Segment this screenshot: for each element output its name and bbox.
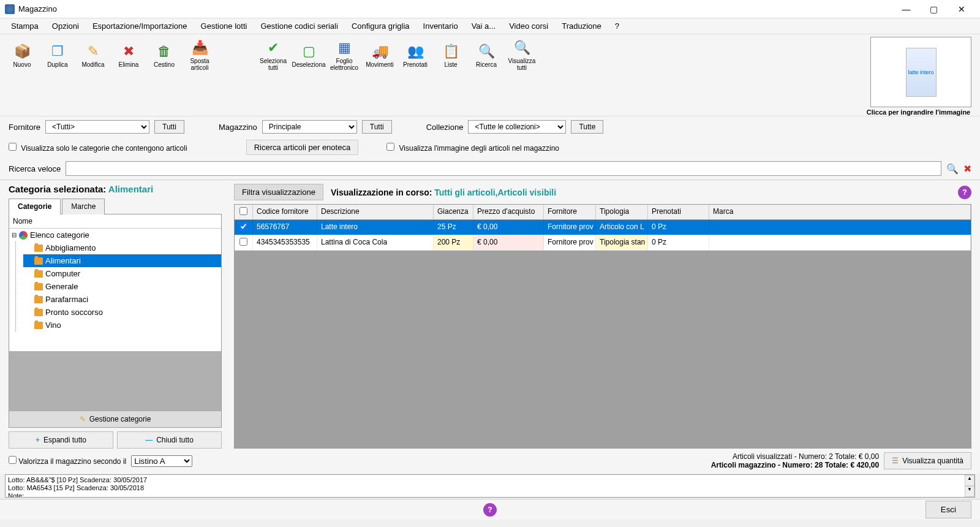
status-bar: ? Esci [0, 499, 980, 520]
visualizza-quantita-button[interactable]: ☰ Visualizza quantità [884, 452, 971, 469]
visualizza-immagine-checkbox[interactable]: Visualizza l'immagine degli articoli nel… [386, 143, 559, 153]
ricerca-enoteca-button[interactable]: Ricerca articoli per enoteca [246, 140, 359, 155]
magazzino-select[interactable]: Principale [262, 120, 357, 134]
tree-item-generale[interactable]: Generale [23, 280, 221, 293]
fornitore-select[interactable]: <Tutti> [45, 120, 149, 134]
help-icon[interactable]: ? [958, 186, 971, 199]
menu-help[interactable]: ? [609, 19, 625, 33]
tree-root[interactable]: ⊟ Elenco categorie [9, 229, 221, 241]
seleziona-tutti-button[interactable]: ✔Seleziona tutti [256, 37, 290, 74]
quantity-icon: ☰ [892, 457, 899, 465]
menu-codici-seriali[interactable]: Gestione codici seriali [254, 19, 344, 33]
elimina-button[interactable]: ✖Elimina [111, 37, 146, 74]
col-fornitore[interactable]: Fornitore [544, 205, 596, 219]
nuovo-button[interactable]: 📦Nuovo [5, 37, 39, 74]
tab-categorie[interactable]: Categorie [9, 199, 61, 214]
esci-button[interactable]: Esci [925, 501, 971, 518]
table-row[interactable]: 56576767Latte intero25 Pz€ 0,00Fornitore… [235, 220, 971, 235]
col-descrizione[interactable]: Descrizione [317, 205, 434, 219]
prenotati-button[interactable]: 👥Prenotati [398, 37, 432, 74]
menu-configura-griglia[interactable]: Configura griglia [345, 19, 416, 33]
maximize-button[interactable]: ▢ [920, 0, 948, 18]
ricerca-button[interactable]: 🔍Ricerca [469, 37, 503, 74]
minimize-button[interactable]: — [892, 0, 920, 18]
modifica-button[interactable]: ✎Modifica [76, 37, 110, 74]
deselect-icon: ▢ [300, 43, 317, 60]
deseleziona-button[interactable]: ▢Deseleziona [292, 37, 326, 74]
close-button[interactable]: ✕ [948, 0, 975, 18]
col-codice[interactable]: Codice fornitore [253, 205, 317, 219]
scroll-up[interactable]: ▲ [965, 475, 974, 486]
new-icon: 📦 [13, 43, 31, 60]
col-prenotati[interactable]: Prenotati [648, 205, 709, 219]
menu-video-corsi[interactable]: Video corsi [503, 19, 554, 33]
grid-body: 56576767Latte intero25 Pz€ 0,00Fornitore… [235, 220, 971, 448]
search-go-icon[interactable]: 🔍 [946, 163, 959, 175]
fornitore-tutti-button[interactable]: Tutti [154, 120, 184, 134]
chiudi-button[interactable]: — Chiudi tutto [117, 431, 222, 449]
root-icon [19, 231, 28, 240]
table-row[interactable]: 4345345353535Lattina di Coca Cola200 Pz€… [235, 235, 971, 251]
filtra-visualizzazione-button[interactable]: Filtra visualizzazione [234, 184, 323, 200]
tree-item-pronto-soccorso[interactable]: Pronto soccorso [23, 306, 221, 319]
col-marca[interactable]: Marca [709, 205, 971, 219]
movimenti-button[interactable]: 🚚Movimenti [363, 37, 397, 74]
row-checkbox[interactable] [239, 222, 247, 230]
collezione-select[interactable]: <Tutte le collezioni> [468, 120, 566, 134]
tab-marche[interactable]: Marche [62, 199, 105, 214]
col-prezzo[interactable]: Prezzo d'acquisto [473, 205, 544, 219]
footer-row: Valorizza il magazzino secondo il Listin… [0, 449, 980, 473]
gestione-categorie-button[interactable]: ✎ Gestione categorie [9, 411, 221, 427]
folder-icon [34, 296, 43, 303]
foglio-button[interactable]: ▦Foglio elettronico [327, 37, 361, 74]
valorizza-checkbox[interactable]: Valorizza il magazzino secondo il [9, 456, 126, 466]
espandi-button[interactable]: + Espandi tutto [9, 431, 113, 449]
product-preview[interactable]: latte intero [870, 37, 971, 107]
search-icon: 🔍 [478, 43, 495, 60]
visualizza-tutti-button[interactable]: 🔍Visualizza tutti [505, 37, 539, 74]
tree-item-abbigliamento[interactable]: Abbigliamento [23, 241, 221, 254]
liste-button[interactable]: 📋Liste [434, 37, 468, 74]
col-checkbox[interactable] [235, 205, 253, 219]
search-clear-icon[interactable]: ✖ [963, 163, 971, 175]
visualizza-categorie-checkbox[interactable]: Visualizza solo le categorie che conteng… [9, 143, 187, 153]
menu-inventario[interactable]: Inventario [417, 19, 464, 33]
fornitore-label: Fornitore [9, 123, 40, 132]
col-tipologia[interactable]: Tipologia [596, 205, 648, 219]
tree-item-parafarmaci[interactable]: Parafarmaci [23, 293, 221, 306]
left-panel: Categoria selezionata: Alimentari Catego… [0, 180, 230, 449]
listino-select[interactable]: Listino A [131, 455, 192, 467]
search-label: Ricerca veloce [9, 164, 61, 173]
lotto-info[interactable]: Lotto: AB&&&"$ [10 Pz] Scadenza: 30/05/2… [5, 474, 975, 498]
menu-traduzione[interactable]: Traduzione [556, 19, 608, 33]
edit-icon: ✎ [85, 43, 102, 60]
sposta-button[interactable]: 📥Sposta articoli [183, 37, 217, 74]
minus-icon: — [145, 436, 153, 444]
view-label: Visualizzazione in corso: Tutti gli arti… [331, 188, 556, 197]
category-header: Categoria selezionata: Alimentari [9, 184, 222, 194]
select-all-icon: ✔ [265, 39, 282, 56]
pencil-icon: ✎ [80, 415, 86, 423]
menu-stampa[interactable]: Stampa [5, 19, 45, 33]
tree-column-nome: Nome [9, 214, 221, 229]
trash-icon: 🗑 [156, 43, 173, 60]
category-tree[interactable]: ⊟ Elenco categorie Abbigliamento Aliment… [9, 229, 221, 351]
menu-vai-a[interactable]: Vai a... [466, 19, 502, 33]
magazzino-tutti-button[interactable]: Tutti [362, 120, 392, 134]
folder-icon [34, 245, 43, 252]
scroll-down[interactable]: ▼ [965, 486, 974, 497]
help-bottom-icon[interactable]: ? [483, 503, 497, 517]
collezione-tutte-button[interactable]: Tutte [571, 120, 603, 134]
col-giacenza[interactable]: Giacenza [434, 205, 473, 219]
cestino-button[interactable]: 🗑Cestino [147, 37, 181, 74]
menu-opzioni[interactable]: Opzioni [46, 19, 85, 33]
tree-item-alimentari[interactable]: Alimentari [23, 254, 221, 267]
search-input[interactable] [66, 161, 941, 176]
duplica-button[interactable]: ❐Duplica [40, 37, 75, 74]
tree-item-vino[interactable]: Vino [23, 319, 221, 332]
row-checkbox[interactable] [239, 238, 247, 246]
preview-label: Clicca per ingrandire l'immagine [865, 108, 971, 116]
menu-esportazione[interactable]: Esportazione/Importazione [86, 19, 194, 33]
menu-gestione-lotti[interactable]: Gestione lotti [195, 19, 254, 33]
tree-item-computer[interactable]: Computer [23, 267, 221, 280]
